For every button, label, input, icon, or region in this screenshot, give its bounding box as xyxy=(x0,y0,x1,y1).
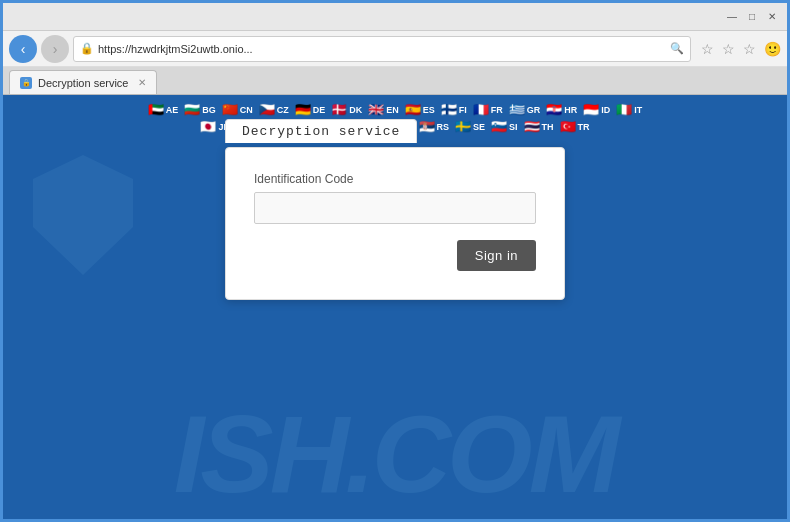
flag-code: CN xyxy=(240,105,253,115)
tab-favicon: 🔒 xyxy=(20,77,32,89)
flag-code: FI xyxy=(459,105,467,115)
forward-button[interactable]: › xyxy=(41,35,69,63)
flag-item-cz[interactable]: 🇨🇿CZ xyxy=(259,103,289,116)
flag-item-fi[interactable]: 🇫🇮FI xyxy=(441,103,467,116)
flag-emoji: 🇩🇰 xyxy=(331,103,347,116)
shield-watermark xyxy=(33,155,133,275)
flag-code: ES xyxy=(423,105,435,115)
flag-code: TR xyxy=(578,122,590,132)
flag-emoji: 🇬🇷 xyxy=(509,103,525,116)
flag-emoji: 🇸🇮 xyxy=(491,120,507,133)
star2-icon[interactable]: ☆ xyxy=(722,41,735,57)
flag-item-cn[interactable]: 🇨🇳CN xyxy=(222,103,253,116)
flag-item-de[interactable]: 🇩🇪DE xyxy=(295,103,326,116)
flag-code: HR xyxy=(564,105,577,115)
back-button[interactable]: ‹ xyxy=(9,35,37,63)
flag-code: CZ xyxy=(277,105,289,115)
title-bar-buttons: — □ ✕ xyxy=(725,10,779,24)
flag-emoji: 🇷🇸 xyxy=(419,120,435,133)
flag-emoji: 🇩🇪 xyxy=(295,103,311,116)
close-button[interactable]: ✕ xyxy=(765,10,779,24)
browser-frame: — □ ✕ ‹ › 🔒 https://hzwdrkjtmSi2uwtb.oni… xyxy=(0,0,790,522)
flag-code: IT xyxy=(634,105,642,115)
flag-code: AE xyxy=(166,105,179,115)
flag-code: RS xyxy=(437,122,450,132)
flag-item-si[interactable]: 🇸🇮SI xyxy=(491,120,518,133)
tab-close-button[interactable]: ✕ xyxy=(138,77,146,88)
minimize-button[interactable]: — xyxy=(725,10,739,24)
flag-item-th[interactable]: 🇹🇭TH xyxy=(524,120,554,133)
flag-code: SE xyxy=(473,122,485,132)
active-tab[interactable]: 🔒 Decryption service ✕ xyxy=(9,70,157,94)
watermark: ISH.COM xyxy=(3,399,787,509)
flag-emoji: 🇧🇬 xyxy=(184,103,200,116)
flag-item-rs[interactable]: 🇷🇸RS xyxy=(419,120,450,133)
flag-item-gr[interactable]: 🇬🇷GR xyxy=(509,103,541,116)
flag-item-it[interactable]: 🇮🇹IT xyxy=(616,103,642,116)
star-icon[interactable]: ☆ xyxy=(701,41,714,57)
flag-item-se[interactable]: 🇸🇪SE xyxy=(455,120,485,133)
nav-bar: ‹ › 🔒 https://hzwdrkjtmSi2uwtb.onio... 🔍… xyxy=(3,31,787,67)
flag-code: SI xyxy=(509,122,518,132)
flag-emoji: 🇬🇧 xyxy=(368,103,384,116)
flag-code: EN xyxy=(386,105,399,115)
flag-code: FR xyxy=(491,105,503,115)
field-label: Identification Code xyxy=(254,172,536,186)
card-tab-label: Decryption service xyxy=(225,119,417,143)
flag-emoji: 🇫🇷 xyxy=(473,103,489,116)
flag-item-bg[interactable]: 🇧🇬BG xyxy=(184,103,216,116)
flag-item-id[interactable]: 🇮🇩ID xyxy=(583,103,610,116)
login-card-wrapper: Decryption service Identification Code S… xyxy=(225,147,565,300)
flag-code: DE xyxy=(313,105,326,115)
flags-row-1: 🇦🇪AE🇧🇬BG🇨🇳CN🇨🇿CZ🇩🇪DE🇩🇰DK🇬🇧EN🇪🇸ES🇫🇮FI🇫🇷FR… xyxy=(148,103,643,116)
flag-emoji: 🇫🇮 xyxy=(441,103,457,116)
tab-bar: 🔒 Decryption service ✕ xyxy=(3,67,787,95)
watermark-text: ISH.COM xyxy=(174,399,617,509)
flag-emoji: 🇯🇵 xyxy=(200,120,216,133)
flag-code: TH xyxy=(542,122,554,132)
login-card: Identification Code Sign in xyxy=(225,147,565,300)
flag-item-fr[interactable]: 🇫🇷FR xyxy=(473,103,503,116)
identification-code-input[interactable] xyxy=(254,192,536,224)
flag-emoji: 🇦🇪 xyxy=(148,103,164,116)
flag-item-es[interactable]: 🇪🇸ES xyxy=(405,103,435,116)
flag-emoji: 🇸🇪 xyxy=(455,120,471,133)
flag-item-ae[interactable]: 🇦🇪AE xyxy=(148,103,179,116)
flag-code: DK xyxy=(349,105,362,115)
flag-emoji: 🇹🇭 xyxy=(524,120,540,133)
flag-emoji: 🇪🇸 xyxy=(405,103,421,116)
star3-icon[interactable]: ☆ xyxy=(743,41,756,57)
flag-code: ID xyxy=(601,105,610,115)
flag-emoji: 🇨🇿 xyxy=(259,103,275,116)
flag-item-dk[interactable]: 🇩🇰DK xyxy=(331,103,362,116)
flag-emoji: 🇮🇩 xyxy=(583,103,599,116)
flag-item-en[interactable]: 🇬🇧EN xyxy=(368,103,399,116)
search-icon: 🔍 xyxy=(670,42,684,55)
page-content: 🇦🇪AE🇧🇬BG🇨🇳CN🇨🇿CZ🇩🇪DE🇩🇰DK🇬🇧EN🇪🇸ES🇫🇮FI🇫🇷FR… xyxy=(3,95,787,519)
smiley-icon[interactable]: 🙂 xyxy=(764,41,781,57)
address-bar[interactable]: 🔒 https://hzwdrkjtmSi2uwtb.onio... 🔍 xyxy=(73,36,691,62)
lock-icon: 🔒 xyxy=(80,42,94,55)
nav-icons: ☆ ☆ ☆ 🙂 xyxy=(701,41,781,57)
flag-emoji: 🇭🇷 xyxy=(546,103,562,116)
flag-item-tr[interactable]: 🇹🇷TR xyxy=(560,120,590,133)
flag-emoji: 🇹🇷 xyxy=(560,120,576,133)
maximize-button[interactable]: □ xyxy=(745,10,759,24)
flag-code: BG xyxy=(202,105,216,115)
flag-item-hr[interactable]: 🇭🇷HR xyxy=(546,103,577,116)
flag-code: GR xyxy=(527,105,541,115)
flag-emoji: 🇨🇳 xyxy=(222,103,238,116)
flag-emoji: 🇮🇹 xyxy=(616,103,632,116)
title-bar: — □ ✕ xyxy=(3,3,787,31)
url-text: https://hzwdrkjtmSi2uwtb.onio... xyxy=(98,43,666,55)
tab-label: Decryption service xyxy=(38,77,128,89)
signin-button[interactable]: Sign in xyxy=(457,240,536,271)
